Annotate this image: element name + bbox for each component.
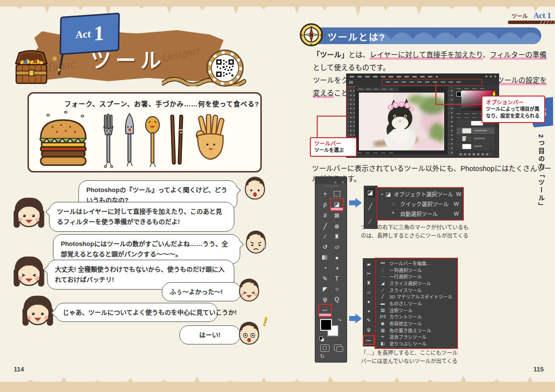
tool-glyph-icon: 1²3 bbox=[378, 314, 387, 319]
clone-stamp-tool: ♜ bbox=[331, 232, 343, 242]
tool-glyph-icon: ╱ bbox=[378, 294, 387, 299]
svg-text:W: W bbox=[300, 34, 303, 37]
flyout-selection-caption: ツールの右下に三角のマークが付いているものは、長押しするとさらにツールが出てくる bbox=[361, 223, 472, 240]
intro-text: とは、 bbox=[349, 51, 370, 59]
tool-label: 塗りつぶしツール bbox=[389, 340, 427, 347]
ps-canvas bbox=[355, 87, 448, 154]
corner-act-label: Act 1 bbox=[533, 11, 551, 20]
dialogue-text: Photoshopにはツールの数がすごいんだよね……うう、全部覚えるとなると頭が… bbox=[61, 240, 228, 258]
tool-label: カウントツール bbox=[389, 313, 422, 320]
type-tool: T bbox=[331, 273, 343, 284]
toolbar-callout-title: ツールバー bbox=[314, 140, 353, 147]
intro-highlight: レイヤーに対して直接手を加えたり bbox=[370, 51, 483, 60]
dialogue-text: はーい! bbox=[199, 331, 220, 339]
act-flag-number: 1 bbox=[94, 23, 104, 44]
crop-tool: # bbox=[319, 211, 331, 221]
rectangular-marquee-tool bbox=[331, 189, 343, 199]
collapse-panel-icon: « bbox=[334, 180, 336, 185]
paint-bucket-item: ◧ 塗りつぶしツール bbox=[376, 340, 457, 347]
svg-text:S: S bbox=[310, 43, 312, 46]
girl-avatar bbox=[12, 196, 46, 232]
exclamation-mark: ! bbox=[261, 313, 269, 329]
tool-shortcut: W bbox=[454, 201, 459, 207]
dialogue-bubble: ツールはレイヤーに対して直接手を加えたり、このあと見るフィルターを使う準備ができ… bbox=[49, 202, 234, 232]
options-callout-body: ツールによって項目が異なり、設定を変えられる bbox=[486, 106, 541, 120]
dialogue-bubble: はーい! bbox=[179, 325, 240, 344]
tool-glyph-icon: ⋮ bbox=[378, 268, 387, 272]
pen-tool: ✎ bbox=[319, 273, 331, 284]
qr-code-badge bbox=[208, 51, 242, 85]
dialogue-text: Photoshopの『ツール』ってよく聞くけど、どういうものなの? bbox=[86, 186, 227, 204]
shape-tool: ○ bbox=[331, 284, 343, 294]
qr-code bbox=[216, 59, 234, 77]
tool-shortcut: W bbox=[456, 191, 461, 197]
tool-glyph-icon: ◪ bbox=[386, 191, 391, 197]
history-brush-tool: ↺ bbox=[319, 242, 331, 252]
tool-label: ツールバーを編集... bbox=[389, 260, 430, 267]
intro-bold: 「ツール」 bbox=[313, 51, 349, 59]
act-flag-word: Act bbox=[76, 27, 91, 41]
act-flag: Act 1 bbox=[59, 13, 120, 55]
count-item: 1²3 カウントツール bbox=[376, 314, 457, 320]
treasure-chest-illustration bbox=[11, 49, 52, 86]
screen-mode-icon bbox=[334, 344, 342, 351]
tool-glyph-icon: ∕ bbox=[378, 288, 387, 293]
tool-glyph-icon: ⋯ bbox=[378, 274, 387, 279]
torn-paper-bottom-edge bbox=[0, 374, 555, 392]
options-callout-line-v bbox=[435, 84, 436, 105]
hand-tool: ψ bbox=[319, 294, 331, 305]
boy-avatar bbox=[241, 172, 269, 203]
tool-glyph-icon: ◧ bbox=[378, 341, 387, 346]
tool-glyph-icon: * bbox=[389, 211, 397, 217]
tool-label: ものさしツール bbox=[389, 300, 422, 307]
zoom-tool: Q bbox=[331, 294, 343, 305]
tool-label: 自動選択ツール bbox=[400, 210, 451, 218]
healing-brush-tool: ⊕ bbox=[331, 221, 343, 231]
object-selection-tool-item: ▪ ◪ オブジェクト選択ツール W bbox=[378, 189, 463, 199]
toolbar-red-box bbox=[347, 86, 356, 144]
girl-avatar bbox=[21, 294, 55, 330]
mixer-brush-item: ✑ 混合ブラシツール bbox=[376, 334, 457, 341]
single-row-marquee-item: ⋯ 一行選択ツール bbox=[376, 273, 457, 280]
food-question-text: フォーク、スプーン、お箸、手づかみ……何を使って食べる? bbox=[29, 98, 260, 108]
tool-label: 混合ブラシツール bbox=[389, 333, 427, 340]
dialogue-text: 大丈夫! 全種類使うわけでもないから、使うものだけ頭に入れておけばバッチリ! bbox=[55, 266, 225, 283]
strip-tool-icon: ▱ bbox=[363, 288, 374, 297]
flyout-strip: ◪ ╱ ∕ bbox=[364, 186, 378, 229]
magic-wand-tool-item: * 自動選択ツール W bbox=[378, 209, 463, 219]
options-callout-line-h bbox=[435, 104, 482, 105]
path-selection-tool: ◤ bbox=[319, 284, 331, 294]
more-tools-strip-button: ••• bbox=[364, 336, 374, 344]
tool-label: 一列選択ツール bbox=[389, 267, 422, 273]
toolbar-callout: ツールバー ツールを選ぶ bbox=[310, 137, 357, 157]
side-tab-label: 2つ目の力「ツール」 bbox=[536, 134, 546, 257]
blur-tool: ● bbox=[331, 252, 343, 263]
gradient-tool bbox=[319, 252, 331, 263]
fork-character bbox=[101, 113, 117, 168]
tool-shortcut: W bbox=[454, 211, 459, 217]
spoon-character bbox=[143, 115, 162, 169]
background-color-swatch bbox=[320, 319, 332, 331]
note-item: ▤ 注釈ツール bbox=[376, 307, 457, 314]
toolbar-callout-line-v bbox=[317, 116, 318, 137]
tool-label: 注釈ツール bbox=[389, 307, 413, 314]
object-selection-tool: ◪ bbox=[331, 199, 343, 210]
single-column-marquee-item: ⋮ 一列選択ツール bbox=[376, 267, 457, 273]
hand-character bbox=[194, 114, 228, 168]
boy-avatar-excited bbox=[235, 318, 263, 348]
tool-label: 赤目修正ツール bbox=[389, 320, 422, 327]
dialogue-text: じゃあ、ツールについてよく使うものを中心に見ていこうか! bbox=[63, 309, 237, 316]
girl-avatar bbox=[12, 255, 46, 291]
corner-header: ツール Act 1 bbox=[490, 11, 551, 20]
ps-menubar bbox=[347, 74, 499, 79]
mini-fg-swatch bbox=[456, 92, 461, 97]
red-eye-item: ◉ 赤目修正ツール bbox=[376, 320, 457, 327]
tool-glyph-icon: ◌ bbox=[389, 201, 397, 207]
svg-text:N: N bbox=[310, 25, 312, 28]
default-colors-icon bbox=[319, 337, 324, 341]
ps-panel-icon-strip bbox=[449, 87, 454, 155]
cat-photo bbox=[359, 93, 444, 150]
dodge-tool: ◔ bbox=[319, 263, 331, 273]
food-illustration-box: フォーク、スプーン、お箸、手づかみ……何を使って食べる? bbox=[27, 92, 262, 172]
quick-mask-icon bbox=[320, 344, 329, 352]
